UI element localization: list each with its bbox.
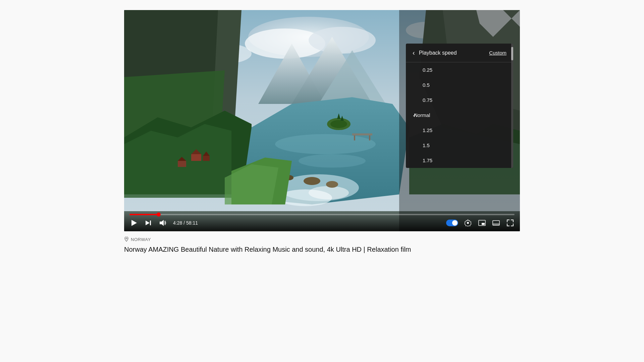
video-title: Norway AMAZING Beautiful Nature with Rel… <box>124 245 520 254</box>
autoplay-track[interactable] <box>446 220 458 226</box>
svg-point-20 <box>299 154 366 168</box>
settings-button[interactable] <box>464 219 472 227</box>
fullscreen-button[interactable] <box>506 219 515 227</box>
svg-rect-29 <box>191 154 201 161</box>
svg-point-19 <box>275 134 376 154</box>
scrollbar-track[interactable] <box>511 44 513 168</box>
video-meta: NORWAY Norway AMAZING Beautiful Nature w… <box>124 231 520 254</box>
playback-menu-header: ‹ Playback speed Custom <box>406 44 513 62</box>
svg-rect-40 <box>354 135 355 140</box>
speed-option-175[interactable]: 1.75 <box>406 153 513 168</box>
speed-option-05[interactable]: 0.5 <box>406 77 513 93</box>
speed-option-025[interactable]: 0.25 <box>406 62 513 77</box>
svg-point-24 <box>304 177 320 185</box>
next-button[interactable] <box>144 219 152 227</box>
speed-option-075[interactable]: 0.75 <box>406 93 513 108</box>
video-thumbnail: ‹ Playback speed Custom 0.25 0.5 0.75 <box>124 10 520 231</box>
svg-point-36 <box>330 120 347 128</box>
playback-speed-title: Playback speed <box>419 50 485 56</box>
svg-point-53 <box>126 238 127 239</box>
svg-rect-41 <box>369 135 370 140</box>
play-button[interactable] <box>129 219 138 227</box>
speed-option-125[interactable]: 1.25 <box>406 123 513 138</box>
back-arrow-button[interactable]: ‹ <box>413 49 415 57</box>
controls-left: 4:28 / 58:11 <box>129 219 198 227</box>
speed-option-normal[interactable]: ✓ Normal <box>406 108 513 123</box>
location-tag: NORWAY <box>124 237 520 242</box>
page-wrapper: ‹ Playback speed Custom 0.25 0.5 0.75 <box>124 10 520 254</box>
svg-point-3 <box>309 27 376 54</box>
volume-button[interactable] <box>158 219 167 227</box>
video-player: ‹ Playback speed Custom 0.25 0.5 0.75 <box>124 10 520 231</box>
theatre-button[interactable] <box>492 219 500 227</box>
miniplayer-button[interactable] <box>478 219 486 227</box>
controls-row: 4:28 / 58:11 <box>129 219 515 227</box>
svg-marker-44 <box>131 220 137 226</box>
autoplay-thumb <box>452 220 458 226</box>
svg-rect-46 <box>150 221 151 225</box>
svg-rect-39 <box>352 133 372 135</box>
controls-right <box>446 219 515 227</box>
svg-point-48 <box>467 222 469 224</box>
progress-bar[interactable] <box>129 214 515 215</box>
svg-marker-45 <box>146 221 150 225</box>
location-pin-icon <box>124 237 129 242</box>
autoplay-toggle[interactable] <box>446 220 458 226</box>
svg-rect-33 <box>178 161 186 167</box>
location-label: NORWAY <box>131 237 151 242</box>
svg-rect-30 <box>203 156 210 161</box>
svg-point-25 <box>326 181 338 188</box>
svg-rect-52 <box>493 223 499 225</box>
playback-speed-menu: ‹ Playback speed Custom 0.25 0.5 0.75 <box>406 44 513 168</box>
custom-speed-link[interactable]: Custom <box>489 50 506 56</box>
scrollbar-thumb[interactable] <box>511 47 513 60</box>
check-icon: ✓ <box>413 112 417 118</box>
svg-marker-47 <box>160 220 164 226</box>
progress-played <box>129 214 159 215</box>
video-controls-bar: 4:28 / 58:11 <box>124 211 520 231</box>
progress-dot <box>157 213 161 217</box>
time-display: 4:28 / 58:11 <box>173 220 198 226</box>
svg-rect-50 <box>482 223 485 225</box>
speed-options-list: 0.25 0.5 0.75 ✓ Normal 1.25 <box>406 62 513 168</box>
svg-point-23 <box>309 186 349 199</box>
speed-option-15[interactable]: 1.5 <box>406 138 513 153</box>
